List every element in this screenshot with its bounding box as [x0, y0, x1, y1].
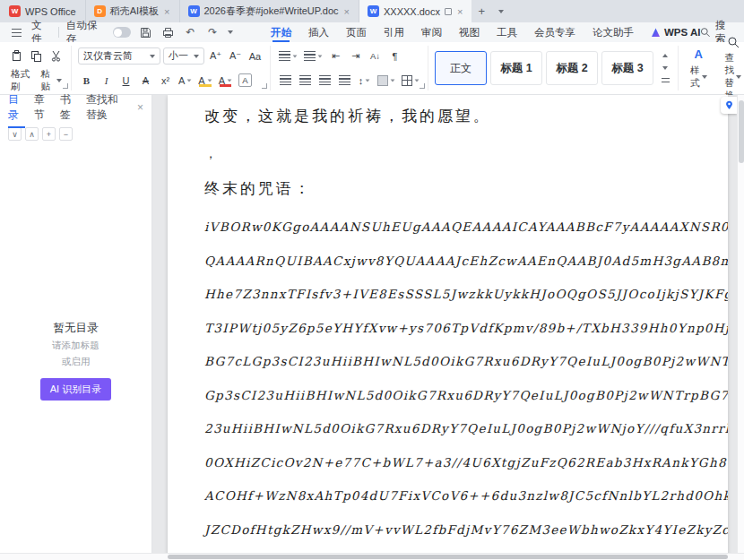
open-in-new-window-icon[interactable]	[445, 8, 452, 15]
autosave-toggle[interactable]	[113, 27, 131, 38]
align-right-button[interactable]	[316, 72, 333, 89]
tab-label: 稻壳AI模板	[110, 4, 159, 18]
sidebar-tab-chapters[interactable]: 章节	[34, 92, 51, 123]
zoom-out-outline-button[interactable]: −	[59, 127, 73, 141]
highlight-color-button[interactable]: A	[196, 72, 213, 89]
close-tab-icon[interactable]: ×	[343, 6, 350, 17]
paste-button[interactable]: 粘贴	[39, 73, 65, 89]
character-border-button[interactable]: A	[237, 72, 254, 89]
document-text-line: Gp3sCI23uHiiBHIwNL5d0OikG7Rxu6DRyY7QeIuL…	[204, 379, 710, 413]
ribbon-tab-reference[interactable]: 引用	[384, 22, 404, 42]
font-color-button[interactable]: A	[217, 72, 234, 89]
indent-button[interactable]: ⇥	[347, 47, 364, 65]
style-heading-1[interactable]: 标题 1	[490, 51, 542, 85]
collapse-all-button[interactable]: ∨	[8, 127, 22, 141]
gallery-more-button[interactable]	[659, 76, 671, 86]
character-scale-button[interactable]: A	[177, 72, 194, 89]
ribbon-tab-home[interactable]: 开始	[271, 22, 291, 42]
font-size-select[interactable]: 小一	[163, 47, 204, 65]
undo-history-chevron-icon[interactable]	[228, 30, 233, 34]
align-left-button[interactable]	[277, 72, 294, 89]
style-heading-3[interactable]: 标题 3	[601, 51, 653, 85]
horizontal-scrollbar-thumb[interactable]	[168, 555, 728, 559]
superscript-button[interactable]: x²	[157, 72, 174, 89]
ribbon-tab-paper-assistant[interactable]: 论文助手	[593, 22, 634, 42]
save-icon[interactable]	[138, 24, 153, 40]
font-group: 汉仪青云简 小一 A⁺ A⁻ Aa B I U A x² A A A A	[72, 46, 271, 90]
paragraph-marks-button[interactable]: ¶	[386, 47, 403, 65]
change-case-button[interactable]: Aa	[247, 47, 264, 65]
styles-brush-icon: A	[695, 47, 703, 62]
bullet-list-button[interactable]	[277, 47, 299, 65]
location-pin-button[interactable]	[721, 97, 737, 114]
horizontal-scrollbar[interactable]	[0, 553, 744, 560]
ribbon-tab-member[interactable]: 会员专享	[534, 22, 575, 42]
outdent-button[interactable]: ⇤	[327, 47, 344, 65]
shading-button[interactable]	[376, 72, 397, 89]
empty-outline-hint-2: 或启用	[62, 356, 91, 368]
vertical-scrollbar[interactable]	[737, 95, 744, 553]
new-tab-button[interactable]: +	[471, 0, 491, 22]
expand-all-button[interactable]: ∧	[25, 127, 39, 141]
empty-outline-state: 暂无目录 请添加标题 或启用 AI 识别目录	[0, 321, 151, 401]
redo-icon[interactable]: ↷	[205, 24, 221, 40]
print-icon[interactable]	[160, 24, 176, 40]
tab-current-doc[interactable]: W XXXXX.docx ×	[359, 0, 471, 22]
document-text-line: BG7cLGp3sCI23uHiiBHIwNL5d0OikG7Rxu6DRyY7…	[204, 345, 710, 379]
document-page[interactable]: 改变，这就是我的祈祷，我的愿望。 ， 终末的咒语： iVBORw0KGgoAAA…	[168, 95, 728, 553]
style-normal[interactable]: 正文	[435, 51, 487, 85]
document-content: 改变，这就是我的祈祷，我的愿望。 ， 终末的咒语： iVBORw0KGgoAAA…	[168, 95, 728, 553]
ribbon-tab-review[interactable]: 审阅	[421, 22, 442, 42]
line-spacing-button[interactable]: ↕	[356, 72, 373, 89]
document-code-block: iVBORw0KGgoAAAANSUhEUgAAAQEAAAAICAYAAABB…	[204, 211, 710, 553]
tab-list-chevron-icon[interactable]	[491, 0, 511, 22]
sidebar-tab-find-replace[interactable]: 查找和替换	[86, 92, 128, 123]
shrink-font-button[interactable]: A⁻	[227, 47, 244, 65]
empty-outline-hint-1: 请添加标题	[52, 340, 99, 352]
toggle-knob	[114, 29, 122, 37]
sidebar-toolbar: ∨ ∧ + −	[0, 120, 151, 148]
gallery-scroll-down-button[interactable]	[659, 64, 671, 73]
sidebar-tab-contents[interactable]: 目录	[8, 92, 25, 123]
borders-button[interactable]	[400, 72, 421, 89]
bold-button[interactable]: B	[78, 72, 95, 89]
gallery-scroll-up-button[interactable]	[659, 51, 671, 61]
styles-button[interactable]: A 样式	[685, 47, 713, 90]
align-center-button[interactable]	[297, 72, 314, 89]
copy-icon[interactable]	[28, 47, 45, 65]
vertical-scrollbar-thumb[interactable]	[739, 100, 744, 163]
format-painter-button[interactable]: 格式刷	[8, 73, 36, 89]
ribbon-tab-view[interactable]: 视图	[459, 22, 480, 42]
wps-doc-icon: W	[188, 5, 200, 17]
undo-icon[interactable]: ↶	[183, 24, 198, 40]
ai-recognize-outline-button[interactable]: AI 识别目录	[40, 378, 111, 401]
italic-button[interactable]: I	[98, 72, 115, 89]
close-sidebar-icon[interactable]: ×	[137, 101, 143, 114]
underline-button[interactable]: U	[117, 72, 134, 89]
format-painter-icon[interactable]	[8, 47, 25, 65]
close-tab-icon[interactable]: ×	[456, 6, 463, 17]
close-tab-icon[interactable]: ×	[163, 6, 170, 17]
font-name-select[interactable]: 汉仪青云简	[78, 47, 160, 65]
strikethrough-button[interactable]: A	[137, 72, 154, 89]
document-text-line: w/58+c3rVu3McuXrzCXrIwId+7+rtJ2QRu3Cxqd3…	[204, 547, 710, 553]
cut-scissors-icon[interactable]	[48, 47, 65, 65]
ribbon-tab-insert[interactable]: 插入	[308, 22, 329, 42]
ribbon-tab-strip: 开始 插入 页面 引用 审阅 视图 工具 会员专享 论文助手 WPS AI	[271, 22, 700, 42]
ribbon-tab-page[interactable]: 页面	[346, 22, 367, 42]
find-replace-button[interactable]: 查找替换	[720, 34, 744, 102]
sidebar-tab-bookmarks[interactable]: 书签	[60, 92, 77, 123]
justify-button[interactable]	[336, 72, 353, 89]
sort-button[interactable]: A↓	[367, 47, 384, 65]
zoom-in-outline-button[interactable]: +	[42, 127, 56, 141]
wps-logo-icon: W	[9, 5, 21, 17]
hamburger-menu-icon[interactable]	[9, 24, 24, 40]
document-paragraph: ，	[204, 147, 710, 159]
ribbon-tab-tools[interactable]: 工具	[497, 22, 517, 42]
style-heading-2[interactable]: 标题 2	[546, 51, 598, 85]
location-pin-icon	[724, 99, 734, 111]
find-magnifier-icon	[727, 34, 740, 49]
numbered-list-button[interactable]	[302, 47, 324, 65]
document-text-line: Hhe7Z3nnxTFIsfv3+IVE8EsSSSL5JwzkkUykkHJo…	[204, 278, 710, 312]
grow-font-button[interactable]: A⁺	[207, 47, 224, 65]
